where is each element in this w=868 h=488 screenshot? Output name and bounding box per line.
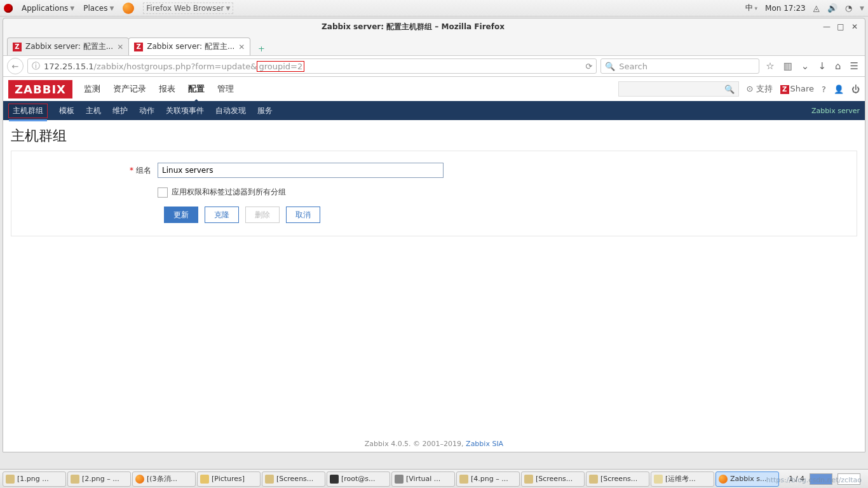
firefox-icon [719, 475, 728, 484]
share-link[interactable]: ZShare [780, 84, 815, 94]
image-icon [459, 475, 468, 484]
url-query-highlight: groupid=2 [257, 61, 304, 72]
group-name-label: *组名 [24, 165, 158, 176]
image-icon [265, 475, 274, 484]
menu-monitoring[interactable]: 监测 [84, 79, 100, 98]
volume-icon[interactable]: 🔊 [827, 3, 837, 13]
image-icon [524, 475, 533, 484]
task-item[interactable]: [Screens... [262, 471, 325, 487]
task-item[interactable]: [运维考... [651, 471, 714, 487]
update-button[interactable]: 更新 [164, 207, 198, 223]
task-item[interactable]: [4.png – ... [456, 471, 520, 487]
submenu-maintenance[interactable]: 维护 [112, 105, 128, 116]
image-icon [589, 475, 598, 484]
pocket-icon[interactable]: ⌄ [801, 60, 810, 72]
maximize-button[interactable]: □ [836, 22, 846, 31]
navigation-toolbar: ← ⓘ 172.25.15.1 /zabbix/hostgroups.php?f… [3, 55, 865, 77]
tab-label: Zabbix server: 配置主... [25, 41, 113, 52]
bookmark-star-icon[interactable]: ☆ [766, 60, 774, 72]
virtualbox-icon [395, 475, 403, 484]
submenu-hosts[interactable]: 主机 [86, 105, 101, 116]
logout-icon[interactable]: ⏻ [851, 85, 860, 94]
redhat-icon [4, 4, 13, 13]
downloads-icon[interactable]: ↓ [818, 60, 826, 72]
submenu-services[interactable]: 服务 [257, 105, 273, 116]
library-icon[interactable]: ▥ [783, 60, 792, 72]
zabbix-favicon-icon: Z [13, 43, 22, 51]
zabbix-search[interactable]: 🔍 [618, 81, 739, 97]
site-info-icon[interactable]: ⓘ [32, 60, 40, 72]
browser-tab-2[interactable]: Z Zabbix server: 配置主... ✕ [128, 37, 250, 55]
help-icon[interactable]: ? [822, 85, 826, 94]
submenu-templates[interactable]: 模板 [59, 105, 74, 116]
zabbix-favicon-icon: Z [134, 43, 143, 51]
firefox-titlebar: Zabbix server: 配置主机群组 – Mozilla Firefox … [3, 18, 865, 35]
form-panel: *组名 应用权限和标签过滤器到所有分组 更新 克隆 删除 取消 [11, 151, 857, 236]
server-label: Zabbix server [811, 107, 860, 115]
tab-strip: Z Zabbix server: 配置主... ✕ Z Zabbix serve… [3, 35, 865, 55]
main-menu: 监测 资产记录 报表 配置 管理 [84, 79, 234, 98]
submenu-hostgroups[interactable]: 主机群组 [8, 104, 48, 118]
firefox-window: Zabbix server: 配置主机群组 – Mozilla Firefox … [3, 18, 865, 452]
tab-close-icon[interactable]: ✕ [238, 43, 245, 51]
apply-perms-checkbox[interactable] [158, 187, 168, 198]
menu-reports[interactable]: 报表 [159, 79, 175, 98]
note-icon [654, 475, 663, 484]
task-item[interactable]: [Screens... [521, 471, 585, 487]
task-item[interactable]: [1.png ... [3, 471, 66, 487]
terminal-icon [330, 475, 339, 484]
task-item[interactable]: [(3条消... [132, 471, 196, 487]
delete-button: 删除 [245, 207, 280, 223]
reload-icon[interactable]: ⟳ [585, 62, 592, 71]
url-path: /zabbix/hostgroups.php?form=update& [94, 62, 257, 71]
group-name-input[interactable] [158, 163, 444, 178]
search-icon: 🔍 [724, 85, 735, 94]
tab-close-icon[interactable]: ✕ [117, 43, 123, 51]
task-item[interactable]: [root@s... [327, 471, 390, 487]
task-item[interactable]: [Screens... [586, 471, 649, 487]
task-item[interactable]: [Virtual ... [391, 471, 455, 487]
page-title: 主机群组 [11, 126, 857, 146]
firefox-menu[interactable]: Firefox Web Browser▼ [143, 3, 233, 14]
image-icon [71, 475, 79, 484]
close-button[interactable]: ✕ [850, 22, 860, 31]
folder-icon [200, 475, 209, 484]
zabbix-header: ZABBIX 监测 资产记录 报表 配置 管理 🔍 ⊙ 支持 ZShare ? … [3, 77, 865, 101]
clock[interactable]: Mon 17:23 [765, 4, 806, 13]
home-icon[interactable]: ⌂ [835, 60, 841, 72]
gnome-taskbar: [1.png ... [2.png – ... [(3条消... [Pictur… [0, 469, 868, 488]
watermark: https://blog.csdn.net/zcltao [766, 476, 862, 484]
user-icon[interactable]: 👤 [834, 85, 844, 94]
battery-icon[interactable]: ◔ [845, 3, 852, 13]
submenu-actions[interactable]: 动作 [139, 105, 154, 116]
clone-button[interactable]: 克隆 [205, 207, 239, 223]
menu-administration[interactable]: 管理 [217, 79, 234, 98]
menu-icon[interactable]: ☰ [850, 60, 858, 72]
task-item[interactable]: [Pictures] [197, 471, 261, 487]
back-button[interactable]: ← [7, 58, 24, 74]
places-menu[interactable]: Places▼ [83, 4, 114, 13]
new-tab-button[interactable]: + [254, 41, 269, 55]
browser-tab-1[interactable]: Z Zabbix server: 配置主... ✕ [7, 37, 129, 55]
wifi-icon[interactable]: ◬ [813, 3, 820, 13]
support-link[interactable]: ⊙ 支持 [747, 83, 773, 95]
sub-menu: 主机群组 模板 主机 维护 动作 关联项事件 自动发现 服务 Zabbix se… [3, 101, 865, 120]
search-bar[interactable]: 🔍 Search [600, 58, 759, 74]
footer-link[interactable]: Zabbix SIA [466, 440, 503, 448]
minimize-button[interactable]: — [822, 22, 832, 31]
search-placeholder: Search [619, 62, 648, 71]
applications-menu[interactable]: Applications▼ [22, 4, 74, 13]
url-bar[interactable]: ⓘ 172.25.15.1 /zabbix/hostgroups.php?for… [27, 58, 597, 74]
submenu-correlation[interactable]: 关联项事件 [166, 105, 204, 116]
task-item[interactable]: [2.png – ... [67, 471, 131, 487]
window-title: Zabbix server: 配置主机群组 – Mozilla Firefox [322, 22, 505, 32]
submenu-discovery[interactable]: 自动发现 [215, 105, 246, 116]
zabbix-logo[interactable]: ZABBIX [8, 80, 72, 98]
cancel-button[interactable]: 取消 [286, 207, 320, 223]
ime-indicator[interactable]: 中 ▾ [745, 3, 757, 13]
search-icon: 🔍 [605, 62, 615, 71]
menu-inventory[interactable]: 资产记录 [113, 79, 146, 98]
zabbix-page: ZABBIX 监测 资产记录 报表 配置 管理 🔍 ⊙ 支持 ZShare ? … [3, 77, 865, 452]
firefox-icon[interactable] [123, 3, 134, 14]
menu-configuration[interactable]: 配置 [188, 79, 205, 98]
